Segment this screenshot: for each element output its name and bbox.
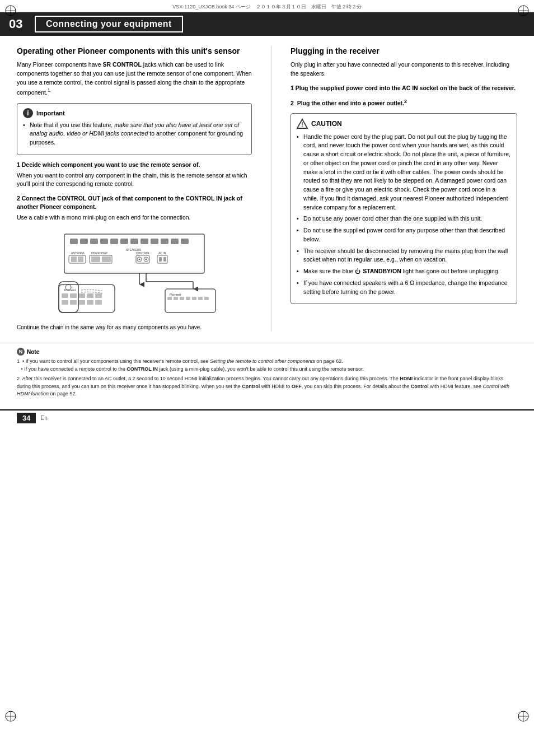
svg-rect-32 <box>102 256 111 262</box>
svg-text:!: ! <box>301 121 303 128</box>
svg-rect-54 <box>78 300 85 305</box>
svg-rect-66 <box>192 297 196 300</box>
left-intro: Many Pioneer components have SR CONTROL … <box>17 60 252 97</box>
page-number: 34 <box>17 413 36 423</box>
caution-bullet-2: Do not use any power cord other than the… <box>297 214 511 223</box>
svg-rect-48 <box>70 293 77 298</box>
chapter-header: 03 Connecting your equipment <box>0 12 534 36</box>
reg-mark-tr <box>517 4 530 17</box>
footnote-1: 1 • If you want to control all your comp… <box>17 358 517 373</box>
caution-triangle-icon: ! <box>297 118 308 129</box>
footnote-2: 2 After this receiver is connected to an… <box>17 375 517 398</box>
reg-mark-br <box>517 710 530 722</box>
footer-notes: N Note 1 • If you want to control all yo… <box>0 343 534 405</box>
svg-text:HDMI/COMP: HDMI/COMP <box>91 251 108 255</box>
svg-rect-64 <box>180 297 184 300</box>
page-lang: En <box>40 415 47 421</box>
svg-rect-53 <box>70 300 77 305</box>
svg-text:AC IN: AC IN <box>158 251 166 255</box>
left-column: Operating other Pioneer components with … <box>17 46 252 332</box>
note-icon: N <box>17 348 25 356</box>
important-icon: i <box>23 108 33 118</box>
caution-title: ! CAUTION <box>297 118 511 129</box>
right-section-title: Plugging in the receiver <box>291 46 517 56</box>
svg-rect-67 <box>198 297 203 300</box>
svg-rect-19 <box>130 239 138 244</box>
left-section-title: Operating other Pioneer components with … <box>17 46 252 56</box>
important-bullets: Note that if you use this feature, make … <box>23 121 246 147</box>
right-step1-heading: 1 Plug the supplied power cord into the … <box>291 84 517 92</box>
chapter-title: Connecting your equipment <box>35 16 183 32</box>
caution-bullet-1: Handle the power cord by the plug part. … <box>297 133 511 212</box>
svg-rect-52 <box>62 300 68 305</box>
svg-text:Pioneer: Pioneer <box>170 293 181 296</box>
caution-box: ! CAUTION Handle the power cord by the p… <box>291 113 517 305</box>
svg-rect-22 <box>161 239 168 244</box>
reg-mark-bl <box>4 710 17 722</box>
svg-rect-50 <box>87 293 93 298</box>
svg-rect-55 <box>87 300 93 305</box>
svg-rect-21 <box>151 239 158 244</box>
control-chain-diagram: ANTENNA HDMI/COMP SPEAKERS CONTROL <box>17 228 252 319</box>
file-metadata: VSX-1120_UXJCB.book 34 ページ ２０１０年３月１０日 水曜… <box>0 0 534 12</box>
svg-rect-62 <box>167 297 172 300</box>
svg-rect-47 <box>62 293 68 298</box>
svg-rect-24 <box>181 239 189 244</box>
svg-rect-31 <box>91 256 100 262</box>
caution-bullet-6: If you have connected speakers with a 6 … <box>297 279 511 297</box>
svg-rect-42 <box>159 257 162 262</box>
right-step2-heading: 2 Plug the other end into a power outlet… <box>291 97 517 107</box>
svg-rect-20 <box>140 239 148 244</box>
svg-rect-35 <box>136 255 149 263</box>
svg-rect-14 <box>80 239 88 244</box>
svg-rect-15 <box>90 239 98 244</box>
svg-rect-28 <box>78 256 83 262</box>
caution-bullet-4: The receiver should be disconnected by r… <box>297 247 511 265</box>
left-step2-body: Use a cable with a mono mini-plug on eac… <box>17 213 252 222</box>
caution-bullet-3: Do not use the supplied power cord for a… <box>297 226 511 244</box>
left-step2-heading: 2 Connect the CONTROL OUT jack of that c… <box>17 194 252 211</box>
page-footer: 34 En <box>0 409 534 426</box>
reg-mark-tl <box>4 4 17 17</box>
chain-diagram-svg: ANTENNA HDMI/COMP SPEAKERS CONTROL <box>48 228 221 318</box>
right-column: Plugging in the receiver Only plug in af… <box>291 46 517 332</box>
svg-rect-13 <box>70 239 78 244</box>
svg-rect-65 <box>186 297 190 300</box>
svg-rect-27 <box>71 256 77 262</box>
svg-rect-16 <box>100 239 108 244</box>
diagram-caption: Continue the chain in the same way for a… <box>17 324 252 332</box>
svg-rect-23 <box>171 239 179 244</box>
svg-text:ANTENNA: ANTENNA <box>71 251 85 255</box>
caution-bullet-5: Make sure the blue ⏻ STANDBY/ON light ha… <box>297 267 511 276</box>
svg-rect-43 <box>163 257 166 262</box>
caution-bullets: Handle the power cord by the plug part. … <box>297 133 511 297</box>
important-box: i Important Note that if you use this fe… <box>17 103 252 155</box>
svg-rect-56 <box>95 300 102 305</box>
note-header: N Note <box>17 348 517 356</box>
important-bullet-1: Note that if you use this feature, make … <box>23 121 246 147</box>
left-step1-body: When you want to control any component i… <box>17 171 252 189</box>
important-title: i Important <box>23 108 246 118</box>
svg-rect-17 <box>110 239 118 244</box>
chapter-number: 03 <box>9 17 27 31</box>
svg-rect-49 <box>78 293 85 298</box>
svg-rect-18 <box>120 239 128 244</box>
svg-rect-63 <box>174 297 178 300</box>
column-divider <box>271 46 271 332</box>
svg-text:CONTROL: CONTROL <box>136 251 150 255</box>
svg-rect-68 <box>204 297 209 300</box>
svg-point-39 <box>146 259 147 260</box>
svg-point-37 <box>139 259 140 260</box>
left-step1-heading: 1 Decide which component you want to use… <box>17 161 252 169</box>
right-intro: Only plug in after you have connected al… <box>291 60 517 78</box>
svg-rect-51 <box>95 293 102 298</box>
